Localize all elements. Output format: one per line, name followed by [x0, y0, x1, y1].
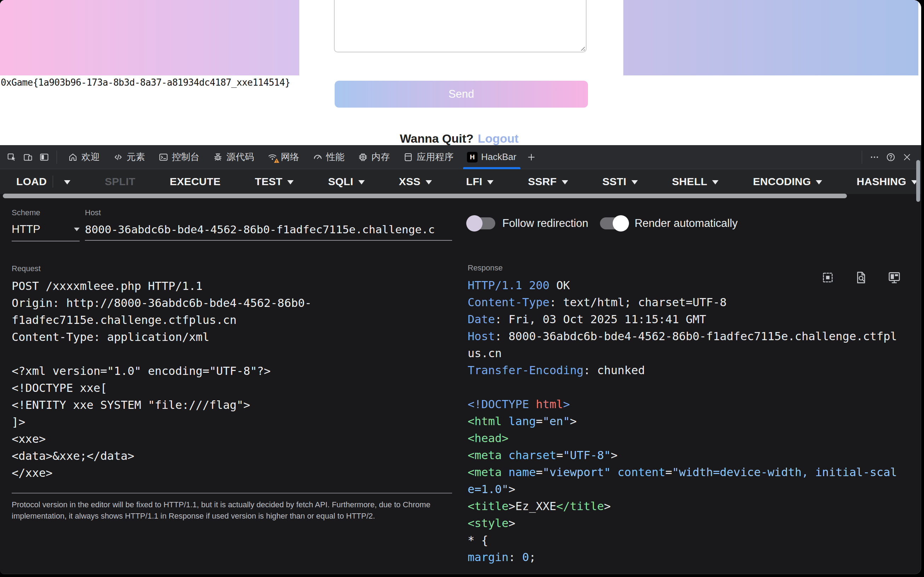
menu-label: SQLI	[328, 176, 353, 188]
tab-elements[interactable]: 元素	[106, 145, 152, 169]
tab-network[interactable]: 网络	[261, 145, 306, 169]
tab-console[interactable]: 控制台	[152, 145, 206, 169]
more-options-button[interactable]	[866, 149, 882, 165]
tab-memory[interactable]: 内存	[351, 145, 397, 169]
render-automatically-toggle[interactable]	[600, 218, 628, 229]
toolbar-divider	[56, 150, 57, 164]
render-automatically-label: Render automatically	[635, 217, 738, 230]
menu-label: SSTI	[603, 176, 627, 188]
bug-icon	[213, 152, 223, 162]
tab-label: 欢迎	[81, 151, 100, 163]
horizontal-scrollbar[interactable]	[3, 193, 847, 198]
quit-text: Wanna Quit?	[400, 132, 473, 145]
menu-lfi[interactable]: LFI	[466, 176, 494, 188]
more-tabs-button[interactable]	[523, 149, 540, 165]
hackbar-content: Scheme HTTP Host 8000-36abdc6b-bde4-4562…	[0, 194, 921, 574]
host-input[interactable]: 8000-36abdc6b-bde4-4562-86b0-f1adfec7115…	[85, 223, 452, 241]
close-devtools-button[interactable]	[899, 149, 915, 165]
tab-label: 应用程序	[417, 151, 453, 163]
send-button[interactable]: Send	[335, 81, 588, 108]
device-toolbar-button[interactable]	[20, 149, 36, 165]
response-toolbar	[820, 270, 902, 285]
webpage: 0xGame{1a903b96-173a-8b3d-8a37-a81934dc4…	[0, 0, 921, 145]
protocol-note: Protocol version in the editor will be f…	[12, 499, 452, 522]
tab-sources[interactable]: 源代码	[206, 145, 261, 169]
performance-icon	[313, 152, 323, 162]
menu-xss[interactable]: XSS	[399, 176, 432, 188]
menu-shell[interactable]: SHELL	[672, 176, 719, 188]
browser-window: 0xGame{1a903b96-173a-8b3d-8a37-a81934dc4…	[0, 0, 921, 577]
menu-label: TEST	[255, 176, 283, 188]
vertical-scrollbar[interactable]	[916, 160, 920, 202]
scheme-select[interactable]: HTTP	[12, 223, 80, 242]
dock-side-button[interactable]	[36, 149, 52, 165]
toggle-thumb	[466, 215, 482, 232]
request-divider	[12, 493, 452, 493]
response-column: Follow redirection Render automatically …	[468, 208, 906, 566]
menu-sqli[interactable]: SQLI	[328, 176, 364, 188]
quit-row: Wanna Quit?Logout	[0, 132, 918, 145]
follow-redirection-toggle[interactable]	[468, 218, 495, 229]
tab-application[interactable]: 应用程序	[397, 145, 460, 169]
render-view-button[interactable]	[887, 270, 902, 285]
menu-ssrf[interactable]: SSRF	[528, 176, 568, 188]
chevron-down-icon[interactable]	[64, 180, 71, 184]
chevron-down-icon	[487, 180, 493, 184]
tab-label: 网络	[281, 151, 299, 163]
tab-label: 元素	[127, 151, 145, 163]
toggle-row: Follow redirection Render automatically	[468, 214, 906, 232]
hackbar-icon: H	[467, 152, 477, 163]
file-search-icon	[853, 270, 868, 285]
tab-label: 内存	[371, 151, 390, 163]
chevron-down-icon	[426, 180, 432, 184]
follow-redirection-label: Follow redirection	[502, 217, 588, 230]
menu-label: LOAD	[16, 176, 47, 188]
tab-performance[interactable]: 性能	[306, 145, 351, 169]
message-textarea[interactable]	[334, 0, 587, 52]
resize-handle[interactable]	[579, 45, 585, 51]
menu-execute[interactable]: EXECUTE	[170, 176, 221, 188]
tab-label: 源代码	[227, 151, 254, 163]
devtools-panel: 欢迎 元素 控制台 源代码 网络	[0, 145, 921, 574]
warning-badge-icon	[273, 158, 280, 164]
scheme-field: Scheme HTTP	[12, 208, 80, 242]
menu-label: EXECUTE	[170, 176, 221, 188]
chevron-down-icon	[358, 180, 365, 184]
tab-label: 性能	[326, 151, 345, 163]
dock-side-icon	[39, 152, 49, 162]
chevron-down-icon	[712, 180, 718, 184]
help-button[interactable]	[882, 149, 899, 165]
logout-link[interactable]: Logout	[478, 132, 519, 145]
menu-ssti[interactable]: SSTI	[603, 176, 638, 188]
menu-hashing[interactable]: HASHING	[857, 176, 917, 188]
device-toolbar-icon	[23, 152, 33, 162]
raw-bytes-button[interactable]	[820, 270, 836, 285]
inspect-element-button[interactable]	[3, 149, 20, 165]
menu-label: SHELL	[672, 176, 707, 188]
menu-split: SPLIT	[105, 176, 135, 188]
host-label: Host	[85, 208, 452, 218]
chevron-down-icon	[287, 180, 294, 184]
plus-icon	[526, 152, 536, 162]
menu-load[interactable]: LOAD	[16, 176, 71, 188]
devtools-tabbar: 欢迎 元素 控制台 源代码 网络	[0, 145, 921, 169]
menu-encoding[interactable]: ENCODING	[753, 176, 822, 188]
preview-source-button[interactable]	[853, 270, 869, 285]
code-icon	[113, 152, 123, 162]
tab-welcome[interactable]: 欢迎	[61, 145, 106, 169]
request-editor[interactable]: POST /xxxxmleee.php HTTP/1.1 Origin: htt…	[12, 277, 452, 482]
menu-label: ENCODING	[753, 176, 811, 188]
monitor-icon	[887, 270, 902, 285]
menu-label: LFI	[466, 176, 482, 188]
flag-text: 0xGame{1a903b96-173a-8b3d-8a37-a81934dc4…	[1, 76, 290, 89]
tab-hackbar[interactable]: H HackBar	[460, 145, 523, 169]
response-body: HTTP/1.1 200 OKContent-Type: text/html; …	[468, 277, 900, 566]
gradient-card-right	[623, 0, 918, 76]
request-label: Request	[12, 264, 452, 273]
application-icon	[403, 152, 413, 162]
menu-test[interactable]: TEST	[255, 176, 294, 188]
tab-label: 控制台	[172, 151, 199, 163]
tab-label: HackBar	[481, 152, 516, 163]
chip-select-icon	[820, 270, 835, 285]
menu-label: SPLIT	[105, 176, 135, 188]
